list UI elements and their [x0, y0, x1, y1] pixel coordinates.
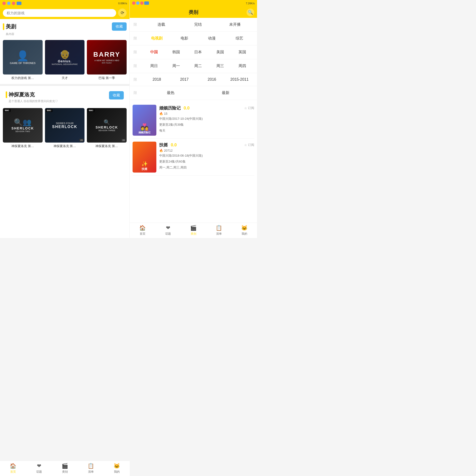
section2-title: 神探夏洛克 [6, 91, 58, 98]
search-icon-btn[interactable]: ⟳ [118, 9, 127, 17]
filter-row-3: 限 中国 韩国 日本 美国 英国 [130, 46, 257, 59]
movie-card-sherlock2[interactable]: BBC 15 SERIES FOUR SHERLOCK 神探夏洛克 第… [45, 108, 85, 148]
filter-opt-2-0[interactable]: 电视剧 [143, 35, 171, 42]
filter-opt-3-2[interactable]: 日本 [187, 49, 209, 56]
filter-options-2: 电视剧 电影 动漫 综艺 [143, 35, 253, 42]
show-subscribe-2[interactable]: ☆ 订阅 [244, 143, 254, 147]
movie-card-barry[interactable]: BARRY A NEW HIT SERIES HBO Bill Hader 巴瑞… [87, 40, 127, 80]
filter-opt-1-0[interactable]: 连载 [143, 21, 180, 28]
filter-row-6: 限 最热 最新 [130, 86, 257, 100]
right-search-btn[interactable]: 🔍 [247, 9, 254, 16]
right-nav-list[interactable]: 📋 清单 [206, 225, 232, 236]
filter-label-5: 限 [134, 77, 141, 82]
left-panel: 0.08K/s ⟳ 美剧 收藏 条内容 👤 [0, 0, 130, 238]
movie-card-sherlock3[interactable]: BBC 15 🔍 SHERLOCK SEASON THREE 神探夏洛克 第… [87, 108, 127, 148]
subscribe-label-2: 订阅 [248, 143, 254, 147]
right-nav-mine-label: 我的 [241, 232, 247, 236]
show-meta-1b: 更新至2集/共39集 [159, 122, 254, 127]
show-title-2: 扶摇 [159, 143, 168, 147]
left-status-bar: 0.08K/s [0, 0, 130, 7]
right-nav-home-label: 首页 [140, 232, 145, 236]
poster-sherlock2: BBC 15 SERIES FOUR SHERLOCK [45, 108, 85, 143]
movie-card-got[interactable]: 👤 GAME OF THRONES 权力的游戏 第… [3, 40, 43, 80]
show-hot-2: 🔥 20712 [159, 149, 254, 152]
right-category-icon: 🎬 [190, 225, 197, 231]
filter-opt-3-0[interactable]: 中国 [143, 49, 165, 56]
filter-opt-1-2[interactable]: 未开播 [217, 21, 253, 28]
left-status-icons [2, 2, 21, 5]
search-input[interactable] [3, 9, 116, 17]
show-item-2[interactable]: ✨ 扶摇 扶摇 0.0 ☆ 订阅 🔥 20712 [133, 139, 254, 176]
filter-opt-3-1[interactable]: 韩国 [165, 49, 187, 56]
thumb-1-content: 💑 婚姻历险记 [133, 105, 156, 136]
filter-row-2: 限 电视剧 电影 动漫 综艺 [130, 32, 257, 46]
right-nav-topic[interactable]: ❤ 话题 [155, 225, 181, 236]
show-title-row-2: 扶摇 0.0 ☆ 订阅 [159, 142, 254, 148]
filter-opt-2-2[interactable]: 动漫 [198, 35, 226, 42]
filter-opt-4-1[interactable]: 周一 [165, 63, 187, 69]
show-item-1[interactable]: 💑 婚姻历险记 婚姻历险记 0.0 ☆ 订阅 🔥 1 [133, 102, 254, 139]
movie-name-got: 权力的游戏 第… [3, 76, 43, 80]
filter-opt-5-3[interactable]: 2015-2011 [226, 76, 253, 83]
filter-opt-2-1[interactable]: 电影 [171, 35, 198, 42]
show-title-rating-1: 婚姻历险记 0.0 [159, 105, 189, 111]
filter-opt-6-0[interactable]: 最热 [143, 89, 198, 96]
right-nav-category[interactable]: 🎬 类别 [181, 225, 206, 236]
movie-card-genius[interactable]: 👴 Genius. NATIONAL GEOGRAPHIC 天才 [45, 40, 85, 80]
hot-count-2: 20712 [164, 149, 172, 152]
section1-subtitle: 条内容 [3, 32, 127, 38]
age-badge-2: 15 [79, 139, 84, 142]
filter-opt-5-0[interactable]: 2018 [143, 76, 171, 83]
right-nav-mine[interactable]: 🐱 我的 [232, 225, 257, 236]
fire-icon-2: 🔥 [159, 149, 163, 152]
movie-card-sherlock1[interactable]: BBC 🔍👥 SHERLOCK SEASON TWO 神探夏洛克 第… [3, 108, 43, 148]
show-subscribe-1[interactable]: ☆ 订阅 [244, 106, 254, 110]
show-rating-2: 0.0 [171, 143, 177, 147]
section2-collect-btn[interactable]: 收藏 [109, 91, 124, 100]
movie-name-sherlock1: 神探夏洛克 第… [3, 144, 43, 148]
filter-options-1: 连载 完结 未开播 [143, 21, 253, 28]
age-badge-3: 15 [121, 139, 126, 142]
filter-opt-4-4[interactable]: 周四 [231, 63, 253, 69]
section2-title-text: 神探夏洛克 [9, 91, 35, 98]
poster-sherlock2-content: SERIES FOUR SHERLOCK [45, 108, 85, 143]
movie-grid-2: BBC 🔍👥 SHERLOCK SEASON TWO 神探夏洛克 第… BBC … [3, 106, 127, 150]
right-status-icons [132, 1, 149, 5]
poster-sherlock3-content: 🔍 SHERLOCK SEASON THREE [87, 108, 127, 143]
right-speed: 7.26K/s [246, 2, 255, 5]
filter-rows: 限 连载 完结 未开播 限 电视剧 电影 动漫 综艺 限 中国 韩国 日本 [130, 18, 257, 100]
section1-icon [3, 23, 4, 30]
show-rating-1: 0.0 [184, 106, 189, 110]
filter-opt-4-2[interactable]: 周二 [187, 63, 209, 69]
filter-opt-5-1[interactable]: 2017 [171, 76, 198, 83]
filter-opt-3-3[interactable]: 美国 [209, 49, 231, 56]
filter-label-4: 限 [134, 64, 141, 68]
poster-got: 👤 GAME OF THRONES [3, 40, 43, 74]
movie-grid-1: 👤 GAME OF THRONES 权力的游戏 第… 👴 Genius. NAT… [3, 38, 127, 82]
section-sherlock: 神探夏洛克 是个普通人 但在我的世界里闪闪发光♡ 收藏 BBC 🔍👥 SHERL… [0, 88, 130, 150]
bbc-badge-2: BBC [46, 109, 52, 112]
section2-subtitle: 是个普通人 但在我的世界里闪闪发光♡ [6, 98, 58, 105]
filter-opt-5-2[interactable]: 2016 [198, 76, 226, 83]
filter-label-1: 限 [134, 22, 141, 27]
show-meta-2c: 周一,周二,周三,周四 [159, 165, 254, 170]
filter-opt-1-1[interactable]: 完结 [180, 21, 216, 28]
section-american-drama: 美剧 收藏 条内容 👤 GAME OF THRONES 权力的游戏 第… [0, 19, 130, 82]
section1-collect-btn[interactable]: 收藏 [112, 22, 127, 31]
filter-options-5: 2018 2017 2016 2015-2011 [143, 76, 253, 83]
filter-opt-3-4[interactable]: 英国 [231, 49, 253, 56]
right-nav-home[interactable]: 🏠 首页 [130, 225, 155, 236]
filter-label-6: 限 [134, 91, 141, 95]
bbc-badge-1: BBC [4, 109, 11, 112]
filter-opt-2-3[interactable]: 综艺 [226, 35, 253, 42]
poster-sherlock1-content: 🔍👥 SHERLOCK SEASON TWO [3, 108, 43, 143]
filter-opt-6-1[interactable]: 最新 [198, 89, 254, 96]
left-content-scroll: 美剧 收藏 条内容 👤 GAME OF THRONES 权力的游戏 第… [0, 19, 130, 238]
show-thumb-2: ✨ 扶摇 [133, 142, 156, 172]
right-topic-icon: ❤ [166, 225, 170, 231]
filter-options-4: 周日 周一 周二 周三 周四 [143, 63, 253, 69]
filter-opt-4-0[interactable]: 周日 [143, 63, 165, 69]
filter-opt-4-3[interactable]: 周三 [209, 63, 231, 69]
right-header-title: 类别 [189, 9, 198, 16]
show-info-2: 扶摇 0.0 ☆ 订阅 🔥 20712 中国大陆/2018-06-18(中国大陆… [159, 142, 254, 172]
